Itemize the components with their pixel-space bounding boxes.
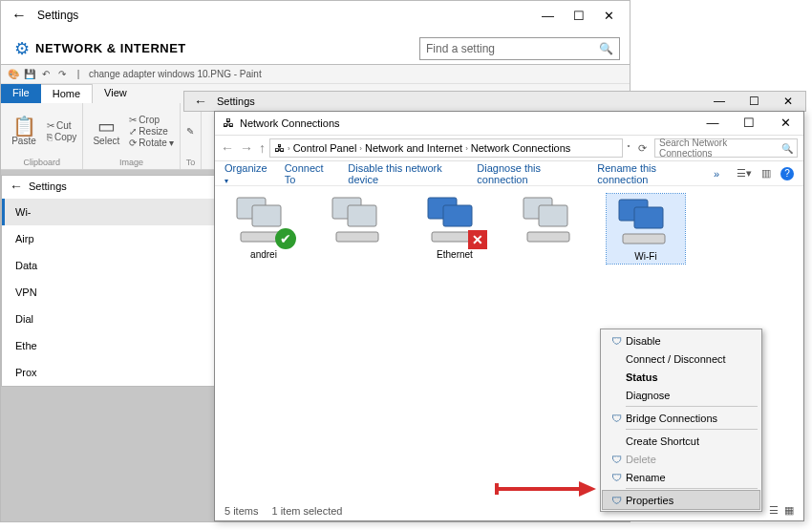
pencil-icon[interactable]: ✎ — [186, 126, 194, 137]
adapter-item-4[interactable] — [511, 194, 589, 249]
ctx-shortcut[interactable]: Create Shortcut — [603, 432, 759, 450]
svg-marker-16 — [579, 481, 596, 497]
maximize-button[interactable]: ☐ — [573, 9, 585, 23]
nc-toolbar: Organize Connect To Disable this network… — [215, 161, 803, 186]
group-label: Clipboard — [7, 158, 76, 167]
ribbon-tools: ✎ To — [181, 103, 203, 169]
quick-access-toolbar[interactable]: 🎨 💾 ↶ ↷ | — [7, 69, 85, 79]
annotation-arrow — [493, 477, 598, 500]
close-button[interactable]: ✕ — [767, 112, 803, 135]
ctx-delete[interactable]: 🛡Delete — [603, 450, 759, 468]
ctx-bridge[interactable]: 🛡Bridge Connections — [603, 409, 759, 427]
dropdown-icon[interactable]: ˅ — [627, 144, 630, 153]
shield-icon: 🛡 — [607, 472, 626, 483]
ctx-rename[interactable]: 🛡Rename — [603, 468, 759, 486]
crop-button[interactable]: ✂ Crop — [129, 115, 173, 125]
toolbar-overflow[interactable]: » — [714, 168, 719, 180]
settings-header: ⚙ NETWORK & INTERNET Find a setting 🔍 — [1, 30, 630, 68]
adapter-icon: ✔ — [235, 194, 292, 245]
ctx-diagnose[interactable]: Diagnose — [603, 386, 759, 404]
close-button[interactable]: ✕ — [604, 9, 614, 23]
paint-titlebar: 🎨 💾 ↶ ↷ | change adapter windows 10.PNG … — [1, 65, 630, 84]
ribbon-image: ▭Select ✂ Crop ⤢ Resize ⟳ Rotate ▾ Image — [83, 103, 180, 169]
shield-icon: 🛡 — [607, 335, 626, 347]
select-button[interactable]: ▭Select — [89, 117, 123, 146]
disable-device-button[interactable]: Disable this network device — [348, 162, 459, 185]
svg-rect-1 — [252, 205, 281, 226]
search-placeholder: Search Network Connections — [659, 138, 781, 159]
adapter-icon — [331, 194, 388, 245]
nav-forward-icon[interactable]: → — [240, 140, 253, 156]
nc-title-text: Network Connections — [240, 117, 694, 129]
svg-rect-13 — [634, 207, 663, 228]
settings-title: Settings — [32, 9, 542, 22]
nav-back-icon[interactable]: ← — [221, 140, 234, 156]
view-icon[interactable]: ☰▾ — [737, 167, 752, 180]
adapter-item-wifi[interactable]: Wi-Fi — [607, 194, 685, 264]
breadcrumb-segment[interactable]: Network and Internet — [365, 142, 462, 154]
network-icon: 🖧 — [274, 142, 285, 154]
group-label: Image — [89, 158, 173, 167]
paste-button[interactable]: 📋Paste — [7, 117, 41, 146]
back-icon[interactable]: ← — [194, 94, 217, 109]
minimize-button[interactable]: — — [542, 9, 554, 23]
diagnose-button[interactable]: Diagnose this connection — [477, 162, 580, 185]
resize-button[interactable]: ⤢ Resize — [129, 126, 173, 137]
refresh-icon[interactable]: ⟳ — [634, 142, 651, 155]
tab-view[interactable]: View — [93, 84, 139, 103]
ribbon-clipboard: 📋Paste ✂ Cut ⎘ Copy Clipboard — [1, 103, 83, 169]
ctx-properties[interactable]: 🛡Properties — [603, 491, 759, 509]
nc-address-bar: ←→↑ 🖧› Control Panel› Network and Intern… — [215, 135, 803, 161]
settings2-title: Settings — [217, 95, 702, 107]
nc-view-buttons[interactable]: ☰ ▦ — [769, 504, 794, 517]
adapter-item-ethernet[interactable]: ✕ Ethernet — [416, 194, 494, 260]
tab-file[interactable]: File — [1, 84, 41, 103]
adapter-label: andrei — [250, 249, 277, 260]
tab-home[interactable]: Home — [41, 84, 93, 103]
ctx-disable[interactable]: 🛡Disable — [603, 331, 759, 350]
breadcrumb[interactable]: 🖧› Control Panel› Network and Internet› … — [269, 138, 623, 158]
breadcrumb-segment[interactable]: Network Connections — [471, 142, 571, 154]
preview-pane-icon[interactable]: ▥ — [761, 167, 771, 180]
nc-search[interactable]: Search Network Connections 🔍 — [654, 138, 798, 158]
adapter-item-2[interactable] — [320, 194, 398, 249]
help-icon[interactable]: ? — [780, 167, 794, 180]
settings-search[interactable]: Find a setting 🔍 — [419, 37, 620, 60]
settings-heading: NETWORK & INTERNET — [35, 41, 186, 55]
save-icon[interactable]: 💾 — [23, 69, 36, 79]
minimize-button[interactable]: — — [702, 95, 737, 108]
network-icon: 🖧 — [223, 117, 234, 130]
redo-icon[interactable]: ↷ — [55, 69, 69, 79]
undo-icon[interactable]: ↶ — [39, 69, 53, 79]
svg-rect-10 — [539, 205, 567, 226]
close-button[interactable]: ✕ — [771, 95, 805, 108]
copy-button[interactable]: ⎘ Copy — [47, 132, 76, 142]
icons-view-icon[interactable]: ▦ — [784, 504, 794, 517]
organize-button[interactable]: Organize — [224, 162, 267, 185]
nav-up-icon[interactable]: ↑ — [259, 140, 266, 156]
nav-buttons[interactable]: ←→↑ — [221, 140, 266, 156]
details-view-icon[interactable]: ☰ — [769, 504, 779, 517]
cut-button[interactable]: ✂ Cut — [47, 120, 76, 131]
status-ok-icon: ✔ — [275, 228, 296, 249]
connect-to-button[interactable]: Connect To — [285, 162, 331, 185]
rename-button[interactable]: Rename this connection — [597, 162, 696, 185]
paint-app-icon: 🎨 — [7, 69, 20, 79]
breadcrumb-segment[interactable]: Control Panel — [293, 142, 357, 154]
svg-rect-4 — [348, 205, 376, 226]
maximize-button[interactable]: ☐ — [737, 95, 771, 108]
svg-rect-14 — [623, 234, 665, 244]
ctx-status[interactable]: Status — [603, 368, 759, 386]
shield-icon: 🛡 — [607, 454, 626, 465]
minimize-button[interactable]: — — [694, 112, 731, 135]
adapter-item-andrei[interactable]: ✔ andrei — [224, 194, 303, 260]
adapter-icon — [617, 196, 674, 247]
ctx-connect[interactable]: Connect / Disconnect — [603, 350, 759, 368]
context-menu: 🛡Disable Connect / Disconnect Status Dia… — [600, 329, 762, 512]
adapter-icon — [522, 194, 579, 245]
search-icon: 🔍 — [599, 42, 613, 55]
search-icon: 🔍 — [781, 143, 793, 154]
rotate-button[interactable]: ⟳ Rotate ▾ — [129, 138, 173, 148]
maximize-button[interactable]: ☐ — [731, 112, 767, 135]
back-icon[interactable]: ← — [7, 7, 32, 24]
